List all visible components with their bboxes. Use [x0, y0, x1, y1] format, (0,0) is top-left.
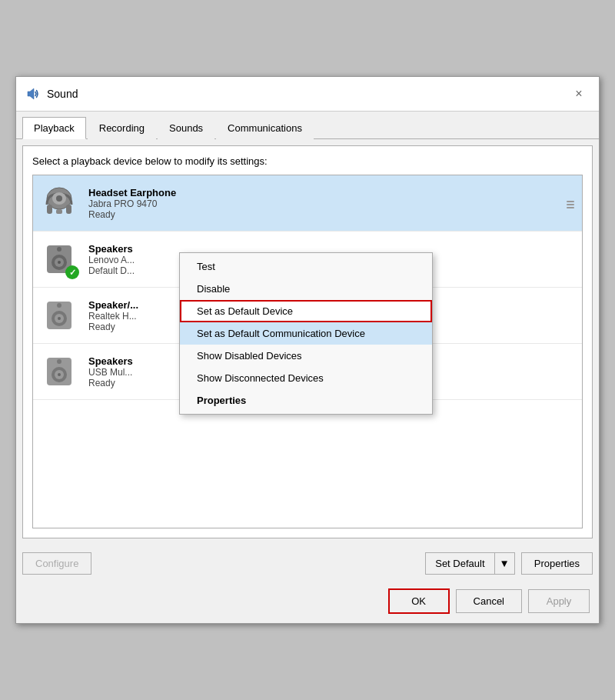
speaker-realtek-icon — [39, 295, 79, 335]
configure-button[interactable]: Configure — [22, 552, 91, 575]
default-check-icon: ✓ — [65, 265, 79, 279]
ctx-properties[interactable]: Properties — [180, 389, 432, 412]
svg-rect-2 — [66, 205, 71, 214]
headset-name: Headset Earphone — [88, 187, 565, 198]
svg-point-4 — [56, 195, 62, 202]
ok-button[interactable]: OK — [388, 588, 450, 614]
cancel-button[interactable]: Cancel — [456, 589, 522, 613]
set-default-group: Set Default ▼ — [425, 552, 515, 575]
tab-bar: Playback Recording Sounds Communications — [16, 112, 599, 139]
svg-point-19 — [58, 373, 61, 376]
svg-point-10 — [57, 247, 62, 252]
headset-info: Headset Earphone Jabra PRO 9470 Ready — [88, 187, 565, 220]
ctx-disable[interactable]: Disable — [180, 278, 432, 300]
ctx-set-default[interactable]: Set as Default Device — [180, 300, 432, 322]
svg-point-9 — [58, 261, 61, 264]
title-bar-left: Sound — [25, 86, 78, 102]
sound-dialog: Sound × Playback Recording Sounds Commun… — [15, 76, 600, 624]
context-menu: Test Disable Set as Default Device Set a… — [179, 252, 433, 415]
tab-sounds[interactable]: Sounds — [158, 117, 214, 139]
description-text: Select a playback device below to modify… — [32, 155, 583, 167]
scrollbar-indicator — [565, 198, 576, 212]
device-list[interactable]: Headset Earphone Jabra PRO 9470 Ready — [32, 175, 583, 528]
svg-point-15 — [57, 303, 62, 308]
bottom-bar: Configure Set Default ▼ Properties — [16, 545, 599, 582]
speaker-lenovo-icon: ✓ — [39, 239, 79, 279]
tab-playback[interactable]: Playback — [22, 117, 86, 139]
speaker-usb-icon — [39, 352, 79, 392]
svg-rect-5 — [56, 209, 62, 214]
action-buttons: Set Default ▼ Properties — [425, 552, 593, 575]
set-default-dropdown[interactable]: ▼ — [495, 552, 515, 575]
svg-point-20 — [57, 359, 62, 364]
device-item-headset[interactable]: Headset Earphone Jabra PRO 9470 Ready — [33, 175, 582, 232]
properties-button[interactable]: Properties — [521, 552, 593, 575]
window-icon — [25, 86, 41, 102]
svg-rect-1 — [47, 205, 52, 214]
ctx-test[interactable]: Test — [180, 255, 432, 278]
headset-sub: Jabra PRO 9470 — [88, 198, 565, 209]
close-button[interactable]: × — [568, 83, 590, 105]
headset-status: Ready — [88, 209, 565, 220]
tab-communications[interactable]: Communications — [216, 117, 314, 139]
headset-icon — [39, 183, 79, 223]
title-bar: Sound × — [16, 77, 599, 112]
ctx-show-disabled[interactable]: Show Disabled Devices — [180, 345, 432, 367]
svg-point-14 — [58, 317, 61, 320]
ctx-set-default-comm[interactable]: Set as Default Communication Device — [180, 322, 432, 345]
dialog-buttons: OK Cancel Apply — [16, 582, 599, 623]
main-content: Select a playback device below to modify… — [22, 145, 593, 538]
ctx-show-disconnected[interactable]: Show Disconnected Devices — [180, 367, 432, 389]
set-default-button[interactable]: Set Default — [425, 552, 494, 575]
tab-recording[interactable]: Recording — [88, 117, 156, 139]
apply-button[interactable]: Apply — [528, 589, 590, 613]
window-title: Sound — [47, 88, 78, 100]
